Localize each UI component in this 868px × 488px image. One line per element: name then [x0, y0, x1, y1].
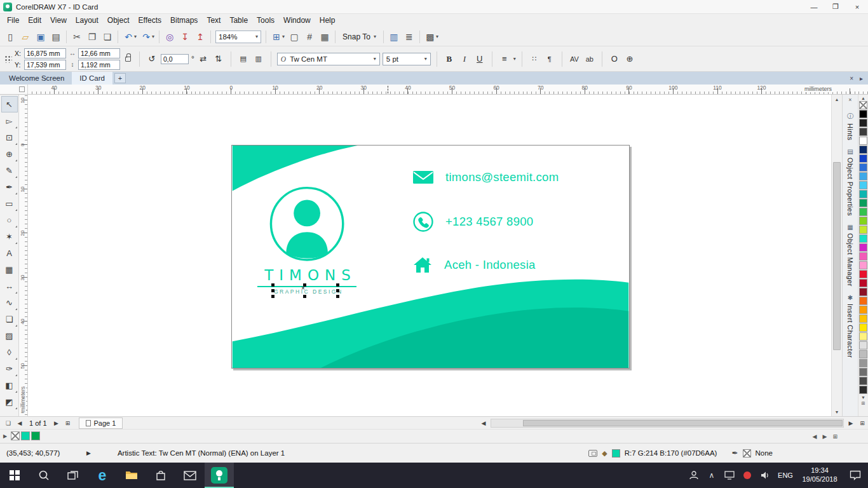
language-indicator[interactable]: ENG — [774, 471, 797, 479]
menu-window[interactable]: Window — [279, 14, 315, 27]
notification-app-icon[interactable] — [738, 471, 756, 479]
last-page-button[interactable]: ▶ — [51, 420, 62, 426]
palette-color-swatch-19[interactable] — [859, 270, 867, 278]
menu-view[interactable]: View — [46, 14, 71, 27]
taskbar-coreldraw-button[interactable] — [205, 463, 234, 488]
contact-row-location[interactable]: Aceh - Indonesia — [412, 252, 536, 278]
doc-palette-expand-icon[interactable]: ⊞ — [832, 433, 837, 440]
shape-tool[interactable]: ▻ — [1, 112, 18, 129]
underline-button[interactable]: U — [473, 52, 486, 66]
docker-insert-character[interactable]: ✱Insert Character — [846, 294, 854, 358]
selection-handle[interactable] — [336, 283, 339, 287]
selection-handle[interactable] — [271, 289, 275, 292]
fill-tool[interactable]: ◧ — [1, 377, 18, 393]
color-proof-icon[interactable]: ◆ — [602, 449, 607, 458]
docker-close-icon[interactable]: × — [848, 97, 851, 104]
menu-file[interactable]: File — [3, 14, 24, 27]
taskbar-store-button[interactable] — [146, 463, 175, 488]
palette-color-swatch-12[interactable] — [859, 208, 867, 216]
palette-color-swatch-20[interactable] — [859, 279, 867, 287]
docker-object-properties[interactable]: ▤Object Properties — [846, 148, 854, 216]
palette-color-swatch-32[interactable] — [859, 386, 867, 394]
drop-cap-button[interactable]: ¶ — [543, 52, 556, 66]
menu-bitmaps[interactable]: Bitmaps — [166, 14, 202, 27]
object-width-input[interactable] — [78, 48, 120, 58]
text-columns-button[interactable]: ▥ — [252, 52, 265, 66]
font-size-combo[interactable]: 5 pt ▾ — [383, 53, 431, 65]
selection-handle[interactable] — [336, 295, 339, 298]
palette-color-swatch-29[interactable] — [859, 359, 867, 367]
docker-object-manager[interactable]: ▦Object Manager — [846, 224, 854, 287]
docker-hints[interactable]: ⓘHints — [846, 112, 854, 140]
search-content-icon[interactable]: ◎ — [162, 29, 177, 44]
window-docker-icon[interactable]: ▥ — [386, 29, 402, 44]
palette-color-swatch-18[interactable] — [859, 261, 867, 269]
zoom-tool[interactable]: ⊕ — [1, 146, 18, 162]
vertical-scrollbar[interactable]: ▲ ▼ — [831, 95, 842, 416]
text-on-path-button[interactable]: O — [608, 52, 621, 66]
hscroll-right-icon[interactable]: ▶ — [845, 420, 857, 426]
palette-scroll-up-icon[interactable]: ▲ — [861, 95, 865, 101]
menu-text[interactable]: Text — [202, 14, 225, 27]
scroll-up-icon[interactable]: ▲ — [832, 95, 842, 104]
dimension-tool[interactable]: ↔ — [1, 278, 18, 294]
palette-color-swatch-4[interactable] — [859, 137, 867, 145]
vertical-ruler[interactable]: millimeters 100102030405060 — [19, 95, 28, 416]
table-tool[interactable]: ▦ — [1, 261, 18, 278]
color-eyedropper-tool[interactable]: ◊ — [1, 344, 18, 360]
text-tool[interactable]: A — [1, 245, 18, 261]
user-account-icon[interactable] — [685, 470, 703, 480]
palette-color-swatch-9[interactable] — [859, 181, 867, 189]
drop-shadow-tool[interactable]: ❏ — [1, 311, 18, 327]
font-list-combo[interactable]: O Tw Cen MT ▾ — [277, 53, 380, 65]
doc-palette-color-swatch-1[interactable] — [21, 431, 30, 440]
scroll-tabs-icon[interactable]: ▸ — [860, 75, 863, 82]
lock-ratio-icon[interactable] — [125, 57, 131, 62]
snap-to-combo-arrow-icon[interactable]: ▾ — [374, 34, 376, 39]
crop-tool[interactable]: ⊡ — [1, 129, 18, 146]
first-page-button[interactable]: ◀ — [14, 420, 25, 426]
coordinates-flyout-icon[interactable]: ▶ — [86, 450, 91, 456]
page-tab[interactable]: Page 1 — [79, 417, 123, 429]
horizontal-scrollbar-thumb[interactable] — [523, 420, 843, 426]
doc-palette-right-icon[interactable]: ▶ — [823, 433, 827, 440]
menu-help[interactable]: Help — [315, 14, 340, 27]
palette-no-color-swatch[interactable] — [859, 101, 867, 109]
interactive-fill-tool[interactable]: ◩ — [1, 393, 18, 410]
import-icon[interactable]: ↧ — [177, 29, 193, 44]
horizontal-ruler[interactable]: millimeters 4030201001020304050607080901… — [28, 85, 868, 94]
palette-expand-icon[interactable]: ⊞ — [862, 400, 865, 406]
ruler-origin-corner[interactable] — [0, 85, 28, 94]
palette-color-swatch-16[interactable] — [859, 243, 867, 252]
close-document-icon[interactable]: × — [850, 75, 853, 82]
display-icon[interactable] — [721, 471, 738, 480]
palette-color-swatch-15[interactable] — [859, 234, 867, 243]
task-view-button[interactable] — [58, 463, 88, 488]
palette-color-swatch-7[interactable] — [859, 163, 867, 172]
character-formatting-button[interactable]: AV — [568, 52, 581, 66]
horizontal-scrollbar[interactable] — [491, 419, 844, 428]
copy-icon[interactable]: ❐ — [85, 29, 100, 44]
application-launcher-icon-dropdown-icon[interactable]: ▾ — [282, 34, 285, 39]
redo-icon-dropdown-icon[interactable]: ▾ — [152, 34, 154, 39]
cut-icon[interactable]: ✂ — [69, 29, 85, 44]
palette-color-swatch-26[interactable] — [859, 332, 867, 341]
pick-tool[interactable]: ↖ — [1, 96, 18, 112]
palette-scroll-down-icon[interactable]: ▼ — [861, 395, 865, 400]
print-icon[interactable]: ▤ — [48, 29, 64, 44]
palette-color-swatch-13[interactable] — [859, 217, 867, 225]
brand-name[interactable]: TIMONS — [232, 267, 383, 283]
palette-color-swatch-11[interactable] — [859, 199, 867, 207]
taskbar-edge-button[interactable]: e — [88, 463, 117, 488]
open-document-icon[interactable]: ▱ — [18, 29, 33, 44]
add-properties-button[interactable]: ⊕ — [623, 52, 636, 66]
document-palette-flyout-icon[interactable]: ▶ — [3, 433, 7, 439]
font-list-arrow-icon[interactable]: ▾ — [374, 56, 376, 62]
new-document-icon[interactable]: ▯ — [3, 29, 18, 44]
palette-color-swatch-25[interactable] — [859, 323, 867, 332]
rotation-angle-input[interactable] — [161, 54, 189, 64]
palette-color-swatch-10[interactable] — [859, 190, 867, 198]
x-position-input[interactable] — [24, 48, 66, 58]
selection-handle[interactable] — [271, 295, 275, 298]
save-icon[interactable]: ▣ — [33, 29, 48, 44]
